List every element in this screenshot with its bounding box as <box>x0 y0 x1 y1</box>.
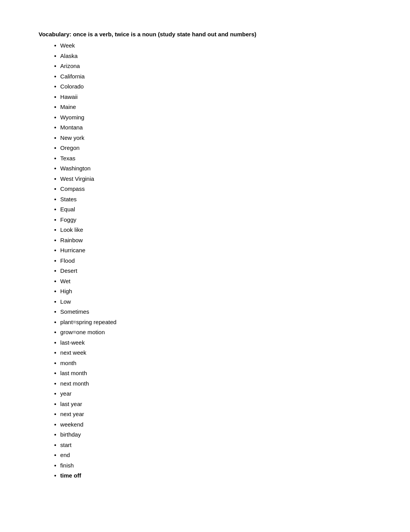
list-item: Desert <box>54 267 371 275</box>
list-item: next week <box>54 348 371 357</box>
list-item: year <box>54 389 371 398</box>
list-item: High <box>54 287 371 296</box>
list-item: Oregon <box>54 144 371 153</box>
list-item: month <box>54 359 371 368</box>
list-item: plant=spring repeated <box>54 318 371 327</box>
list-item: Rainbow <box>54 236 371 245</box>
list-item: California <box>54 72 371 81</box>
list-item: Montana <box>54 123 371 132</box>
list-item: Wyoming <box>54 113 371 122</box>
list-item: Hawaii <box>54 93 371 102</box>
list-item: end <box>54 451 371 460</box>
list-item: Hurricane <box>54 246 371 255</box>
list-item: start <box>54 441 371 450</box>
list-item: last-week <box>54 338 371 347</box>
list-item: birthday <box>54 430 371 439</box>
list-item: States <box>54 195 371 204</box>
list-item: Look like <box>54 226 371 235</box>
list-item: Foggy <box>54 216 371 224</box>
page-title: Vocabulary: once is a verb, twice is a n… <box>39 31 371 37</box>
list-item: grow=one motion <box>54 328 371 337</box>
list-item: Colorado <box>54 82 371 91</box>
list-item: finish <box>54 461 371 470</box>
list-item: Arizona <box>54 62 371 71</box>
list-item: last year <box>54 400 371 409</box>
list-item: Sometimes <box>54 308 371 316</box>
list-item: time off <box>54 471 371 480</box>
list-item: Alaska <box>54 52 371 61</box>
list-item: Maine <box>54 103 371 112</box>
list-item: last month <box>54 369 371 378</box>
list-item: next year <box>54 410 371 419</box>
list-item: Texas <box>54 154 371 163</box>
list-item: New york <box>54 134 371 143</box>
list-item: weekend <box>54 420 371 429</box>
list-item: next month <box>54 379 371 388</box>
list-item: West Virginia <box>54 175 371 184</box>
list-item: Washington <box>54 164 371 173</box>
vocabulary-list: WeekAlaskaArizonaCaliforniaColoradoHawai… <box>39 41 371 480</box>
list-item: Compass <box>54 185 371 194</box>
list-item: Week <box>54 41 371 50</box>
list-item: Low <box>54 297 371 306</box>
list-item: Wet <box>54 277 371 286</box>
list-item: Equal <box>54 205 371 214</box>
list-item: Flood <box>54 257 371 265</box>
